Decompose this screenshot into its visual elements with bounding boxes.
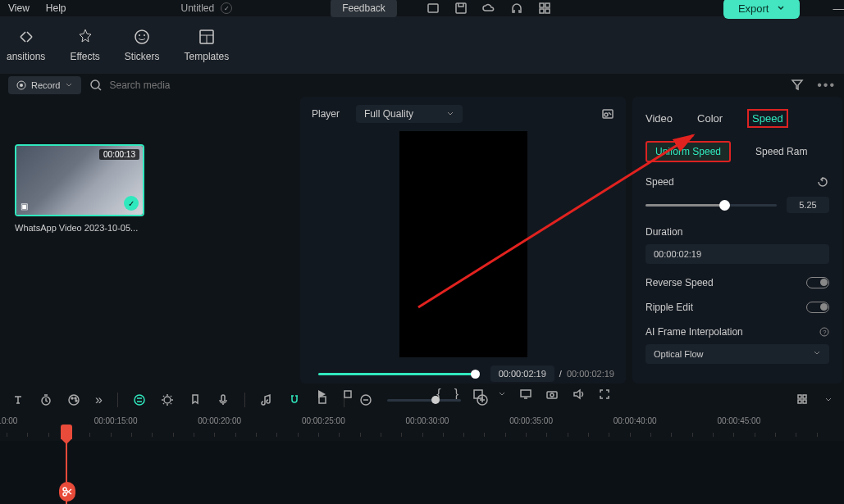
search-icon [89, 79, 103, 92]
title-text: Untitled [180, 2, 214, 14]
export-button[interactable]: Export [723, 0, 801, 19]
progress-bar[interactable] [318, 373, 476, 375]
more-tools-icon[interactable]: » [95, 393, 103, 407]
inspect-tab-speed[interactable]: Speed [747, 109, 788, 128]
timeline-tracks[interactable] [0, 441, 844, 504]
filter-icon[interactable] [791, 78, 804, 91]
mic-icon[interactable] [217, 393, 230, 406]
templates-icon [198, 28, 216, 46]
svg-rect-3 [545, 3, 550, 7]
save-icon[interactable] [454, 2, 468, 15]
tab-label: Effects [70, 51, 99, 62]
ai-tool-icon[interactable] [133, 393, 146, 406]
ruler-mark: 00:00:30:00 [406, 416, 449, 425]
ruler-mark: 00:00:15:00 [94, 416, 138, 425]
duration-input[interactable]: 00:00:02:19 [646, 244, 829, 264]
reverse-toggle[interactable] [806, 277, 829, 288]
magnetic-icon[interactable] [288, 393, 301, 406]
chevron-down-icon [813, 349, 821, 357]
svg-point-30 [164, 397, 171, 403]
ruler-mark: 00:00:20:00 [198, 416, 241, 425]
subtab-speed-ramp[interactable]: Speed Ram [747, 143, 815, 161]
play-icon[interactable] [315, 388, 328, 401]
svg-point-27 [75, 397, 76, 399]
cloud-icon[interactable] [482, 2, 495, 15]
menu-help[interactable]: Help [46, 2, 66, 14]
chevron-down-icon [446, 110, 454, 118]
svg-point-40 [63, 493, 66, 496]
volume-icon[interactable] [572, 388, 585, 401]
reset-icon[interactable] [816, 175, 829, 188]
svg-point-39 [63, 488, 66, 491]
chevron-down-icon [65, 81, 73, 89]
svg-point-14 [91, 80, 99, 89]
menu-view[interactable]: View [8, 2, 30, 14]
timer-icon[interactable] [39, 393, 52, 406]
quality-selector[interactable]: Full Quality [356, 105, 463, 123]
tab-transitions[interactable]: ansitions [7, 28, 45, 62]
feedback-button[interactable]: Feedback [331, 0, 397, 17]
ripple-toggle[interactable] [806, 302, 829, 313]
marker-icon[interactable] [189, 393, 202, 406]
search-input[interactable] [109, 79, 208, 91]
inspect-tab-video[interactable]: Video [646, 112, 673, 125]
stop-icon[interactable] [341, 388, 354, 401]
svg-point-8 [144, 34, 145, 36]
media-clip[interactable]: 00:00:13 ▣ ✓ [15, 144, 144, 216]
inspect-tab-color[interactable]: Color [697, 112, 723, 125]
stickers-icon [133, 28, 151, 46]
ai-interp-label: AI Frame Interpolation [646, 326, 743, 338]
ruler-mark: 0:10:00 [0, 416, 17, 425]
tab-label: Stickers [125, 51, 160, 62]
ai-interp-value: Optical Flow [654, 349, 704, 359]
video-type-icon: ▣ [21, 202, 28, 211]
svg-rect-20 [547, 392, 557, 398]
more-icon[interactable]: ••• [817, 78, 836, 93]
svg-point-29 [135, 395, 144, 405]
time-separator: / [559, 369, 562, 379]
record-icon [16, 80, 26, 90]
chevron-down-icon[interactable] [498, 390, 506, 398]
transitions-icon [17, 28, 35, 46]
snapshot-icon[interactable] [601, 107, 614, 120]
help-icon[interactable]: ? [819, 327, 829, 337]
camera-icon[interactable] [545, 388, 559, 401]
svg-rect-18 [474, 390, 482, 398]
display-icon[interactable] [519, 388, 532, 401]
clip-duration: 00:00:13 [99, 149, 139, 160]
svg-point-13 [20, 84, 23, 87]
tab-effects[interactable]: Effects [70, 28, 99, 62]
text-tool-icon[interactable] [11, 393, 25, 406]
crop-icon[interactable] [472, 388, 485, 401]
svg-rect-19 [521, 390, 531, 397]
ruler-mark: 00:00:35:00 [509, 416, 553, 425]
brightness-icon[interactable] [161, 393, 174, 406]
search-box[interactable] [89, 79, 782, 92]
svg-rect-37 [798, 400, 801, 403]
svg-rect-1 [456, 3, 466, 13]
zoom-slider[interactable] [387, 399, 461, 402]
grid-view-icon[interactable] [796, 393, 810, 406]
tab-templates[interactable]: Templates [185, 28, 230, 62]
video-preview[interactable] [399, 131, 527, 357]
player-label: Player [312, 108, 340, 120]
record-button[interactable]: Record [8, 76, 81, 94]
timeline-ruler[interactable]: 0:10:00 00:00:15:00 00:00:20:00 00:00:25… [0, 416, 844, 441]
fullscreen-icon[interactable] [598, 388, 611, 401]
speed-label: Speed [646, 176, 674, 188]
window-minimize-icon[interactable]: — [833, 2, 844, 15]
music-icon[interactable] [260, 393, 273, 406]
headphones-icon[interactable] [510, 2, 523, 15]
svg-point-26 [71, 397, 73, 399]
ai-interp-select[interactable]: Optical Flow [646, 344, 829, 364]
speed-slider[interactable] [646, 204, 777, 207]
subtab-uniform-speed[interactable]: Uniform Speed [646, 141, 731, 162]
color-tool-icon[interactable] [67, 393, 80, 406]
layout-icon[interactable] [427, 2, 440, 15]
cut-tool-icon[interactable] [59, 482, 75, 502]
tab-stickers[interactable]: Stickers [125, 28, 160, 62]
chevron-down-icon[interactable] [824, 396, 833, 404]
speed-value[interactable]: 5.25 [787, 197, 829, 213]
qr-icon[interactable] [538, 2, 551, 15]
saved-indicator-icon: ✓ [221, 2, 232, 14]
